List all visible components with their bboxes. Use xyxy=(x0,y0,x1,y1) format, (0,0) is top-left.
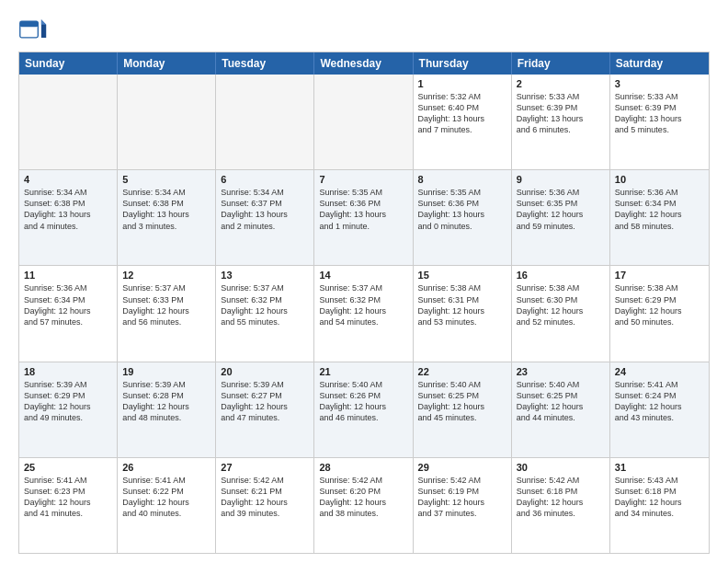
day-info: Sunrise: 5:38 AM Sunset: 6:29 PM Dayligh… xyxy=(615,282,704,327)
svg-marker-4 xyxy=(41,19,46,24)
day-info: Sunrise: 5:34 AM Sunset: 6:38 PM Dayligh… xyxy=(122,187,210,232)
day-info: Sunrise: 5:32 AM Sunset: 6:40 PM Dayligh… xyxy=(418,91,506,136)
day-info: Sunrise: 5:36 AM Sunset: 6:34 PM Dayligh… xyxy=(615,187,704,232)
header xyxy=(18,15,710,44)
cal-cell-day-20: 20Sunrise: 5:39 AM Sunset: 6:27 PM Dayli… xyxy=(216,362,314,457)
day-number: 9 xyxy=(517,174,605,185)
header-day-sunday: Sunday xyxy=(19,52,118,75)
day-info: Sunrise: 5:36 AM Sunset: 6:35 PM Dayligh… xyxy=(517,187,605,232)
calendar-header-row: SundayMondayTuesdayWednesdayThursdayFrid… xyxy=(19,52,709,75)
day-info: Sunrise: 5:41 AM Sunset: 6:23 PM Dayligh… xyxy=(24,475,112,520)
cal-cell-day-5: 5Sunrise: 5:34 AM Sunset: 6:38 PM Daylig… xyxy=(118,170,216,265)
logo xyxy=(18,15,51,44)
day-number: 15 xyxy=(418,270,506,281)
day-info: Sunrise: 5:35 AM Sunset: 6:36 PM Dayligh… xyxy=(319,187,407,232)
calendar-row-1: 4Sunrise: 5:34 AM Sunset: 6:38 PM Daylig… xyxy=(19,169,709,265)
day-number: 24 xyxy=(615,366,704,377)
cal-cell-day-26: 26Sunrise: 5:41 AM Sunset: 6:22 PM Dayli… xyxy=(118,458,216,553)
day-number: 7 xyxy=(319,174,407,185)
day-info: Sunrise: 5:40 AM Sunset: 6:26 PM Dayligh… xyxy=(319,379,407,424)
day-info: Sunrise: 5:41 AM Sunset: 6:24 PM Dayligh… xyxy=(615,379,704,424)
day-info: Sunrise: 5:39 AM Sunset: 6:29 PM Dayligh… xyxy=(24,379,112,424)
cal-cell-day-15: 15Sunrise: 5:38 AM Sunset: 6:31 PM Dayli… xyxy=(414,266,512,361)
header-day-saturday: Saturday xyxy=(610,52,709,75)
day-info: Sunrise: 5:40 AM Sunset: 6:25 PM Dayligh… xyxy=(517,379,605,424)
calendar-row-2: 11Sunrise: 5:36 AM Sunset: 6:34 PM Dayli… xyxy=(19,265,709,361)
cal-cell-day-17: 17Sunrise: 5:38 AM Sunset: 6:29 PM Dayli… xyxy=(610,266,709,361)
day-info: Sunrise: 5:37 AM Sunset: 6:32 PM Dayligh… xyxy=(221,282,309,327)
header-day-tuesday: Tuesday xyxy=(216,52,314,75)
day-number: 12 xyxy=(122,270,210,281)
cal-cell-day-10: 10Sunrise: 5:36 AM Sunset: 6:34 PM Dayli… xyxy=(610,170,709,265)
day-number: 19 xyxy=(122,366,210,377)
day-number: 16 xyxy=(517,270,605,281)
cal-cell-day-7: 7Sunrise: 5:35 AM Sunset: 6:36 PM Daylig… xyxy=(314,170,413,265)
day-number: 13 xyxy=(221,270,309,281)
page: SundayMondayTuesdayWednesdayThursdayFrid… xyxy=(0,0,728,563)
day-number: 20 xyxy=(221,366,309,377)
cal-cell-day-28: 28Sunrise: 5:42 AM Sunset: 6:20 PM Dayli… xyxy=(314,458,413,553)
cal-cell-empty-0-2 xyxy=(216,75,314,169)
day-number: 31 xyxy=(615,462,704,473)
day-info: Sunrise: 5:33 AM Sunset: 6:39 PM Dayligh… xyxy=(517,91,605,136)
cal-cell-day-3: 3Sunrise: 5:33 AM Sunset: 6:39 PM Daylig… xyxy=(610,75,709,169)
day-number: 10 xyxy=(615,174,704,185)
day-info: Sunrise: 5:38 AM Sunset: 6:30 PM Dayligh… xyxy=(517,282,605,327)
day-number: 26 xyxy=(122,462,210,473)
day-number: 3 xyxy=(615,78,704,89)
day-info: Sunrise: 5:42 AM Sunset: 6:20 PM Dayligh… xyxy=(319,475,407,520)
calendar: SundayMondayTuesdayWednesdayThursdayFrid… xyxy=(18,52,710,554)
day-info: Sunrise: 5:38 AM Sunset: 6:31 PM Dayligh… xyxy=(418,282,506,327)
day-number: 5 xyxy=(122,174,210,185)
day-info: Sunrise: 5:39 AM Sunset: 6:27 PM Dayligh… xyxy=(221,379,309,424)
day-number: 27 xyxy=(221,462,309,473)
cal-cell-day-27: 27Sunrise: 5:42 AM Sunset: 6:21 PM Dayli… xyxy=(216,458,314,553)
day-info: Sunrise: 5:42 AM Sunset: 6:18 PM Dayligh… xyxy=(517,475,605,520)
day-info: Sunrise: 5:33 AM Sunset: 6:39 PM Dayligh… xyxy=(615,91,704,136)
day-info: Sunrise: 5:42 AM Sunset: 6:21 PM Dayligh… xyxy=(221,475,309,520)
logo-icon xyxy=(18,15,48,44)
cal-cell-day-9: 9Sunrise: 5:36 AM Sunset: 6:35 PM Daylig… xyxy=(512,170,610,265)
day-info: Sunrise: 5:34 AM Sunset: 6:38 PM Dayligh… xyxy=(24,187,112,232)
calendar-row-3: 18Sunrise: 5:39 AM Sunset: 6:29 PM Dayli… xyxy=(19,362,709,457)
cal-cell-day-1: 1Sunrise: 5:32 AM Sunset: 6:40 PM Daylig… xyxy=(414,75,512,169)
day-number: 14 xyxy=(319,270,407,281)
cal-cell-day-4: 4Sunrise: 5:34 AM Sunset: 6:38 PM Daylig… xyxy=(19,170,118,265)
cal-cell-day-30: 30Sunrise: 5:42 AM Sunset: 6:18 PM Dayli… xyxy=(512,458,610,553)
cal-cell-day-18: 18Sunrise: 5:39 AM Sunset: 6:29 PM Dayli… xyxy=(19,362,118,457)
header-day-monday: Monday xyxy=(118,52,216,75)
day-info: Sunrise: 5:35 AM Sunset: 6:36 PM Dayligh… xyxy=(418,187,506,232)
day-info: Sunrise: 5:41 AM Sunset: 6:22 PM Dayligh… xyxy=(122,475,210,520)
calendar-body: 1Sunrise: 5:32 AM Sunset: 6:40 PM Daylig… xyxy=(19,75,709,553)
cal-cell-day-29: 29Sunrise: 5:42 AM Sunset: 6:19 PM Dayli… xyxy=(414,458,512,553)
cal-cell-day-21: 21Sunrise: 5:40 AM Sunset: 6:26 PM Dayli… xyxy=(314,362,413,457)
header-day-thursday: Thursday xyxy=(414,52,512,75)
header-day-friday: Friday xyxy=(512,52,610,75)
day-number: 1 xyxy=(418,78,506,89)
cal-cell-day-6: 6Sunrise: 5:34 AM Sunset: 6:37 PM Daylig… xyxy=(216,170,314,265)
day-info: Sunrise: 5:37 AM Sunset: 6:32 PM Dayligh… xyxy=(319,282,407,327)
cal-cell-day-23: 23Sunrise: 5:40 AM Sunset: 6:25 PM Dayli… xyxy=(512,362,610,457)
day-number: 21 xyxy=(319,366,407,377)
header-day-wednesday: Wednesday xyxy=(314,52,413,75)
day-number: 18 xyxy=(24,366,112,377)
day-number: 30 xyxy=(517,462,605,473)
cal-cell-day-19: 19Sunrise: 5:39 AM Sunset: 6:28 PM Dayli… xyxy=(118,362,216,457)
cal-cell-day-22: 22Sunrise: 5:40 AM Sunset: 6:25 PM Dayli… xyxy=(414,362,512,457)
cal-cell-empty-0-1 xyxy=(118,75,216,169)
day-number: 11 xyxy=(24,270,112,281)
day-info: Sunrise: 5:43 AM Sunset: 6:18 PM Dayligh… xyxy=(615,475,704,520)
day-number: 22 xyxy=(418,366,506,377)
cal-cell-day-16: 16Sunrise: 5:38 AM Sunset: 6:30 PM Dayli… xyxy=(512,266,610,361)
day-number: 29 xyxy=(418,462,506,473)
day-number: 25 xyxy=(24,462,112,473)
day-info: Sunrise: 5:34 AM Sunset: 6:37 PM Dayligh… xyxy=(221,187,309,232)
cal-cell-day-25: 25Sunrise: 5:41 AM Sunset: 6:23 PM Dayli… xyxy=(19,458,118,553)
day-number: 8 xyxy=(418,174,506,185)
day-info: Sunrise: 5:40 AM Sunset: 6:25 PM Dayligh… xyxy=(418,379,506,424)
cal-cell-day-14: 14Sunrise: 5:37 AM Sunset: 6:32 PM Dayli… xyxy=(314,266,413,361)
day-number: 2 xyxy=(517,78,605,89)
calendar-row-0: 1Sunrise: 5:32 AM Sunset: 6:40 PM Daylig… xyxy=(19,75,709,169)
cal-cell-empty-0-3 xyxy=(314,75,413,169)
cal-cell-empty-0-0 xyxy=(19,75,118,169)
